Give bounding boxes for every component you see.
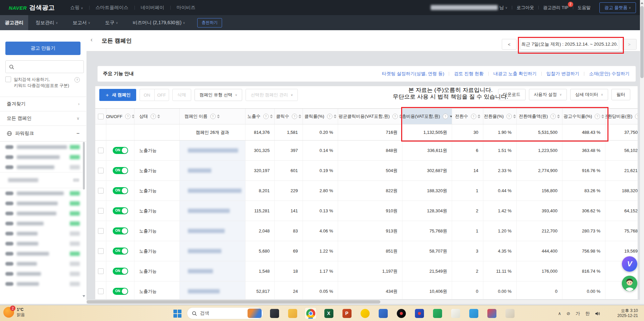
column-header-7[interactable]: 평균클릭비용(VAT포함,원)? [338,109,402,124]
date-range-selector[interactable]: 최근 7일(오늘 제외) : 2025.12.14. ~ 2025.12.20. [520,39,619,50]
tab-report[interactable]: 보고서∨ [65,15,98,30]
kakao-app-icon[interactable] [359,307,371,319]
campaign-name-cell[interactable] [180,241,246,261]
ime-ga-indicator[interactable]: 가 [576,311,580,317]
taskbar-clock[interactable]: 오후 3:10 2025-12-21 [618,308,638,318]
bizmoney-menu[interactable]: 비즈머니 (2,179,630원)∨ [125,15,193,30]
filter-button[interactable]: 필터 [611,89,630,100]
question-icon[interactable]: ? [471,114,476,119]
notepad-icon[interactable] [449,307,462,319]
tab-tools[interactable]: 도구∨ [98,15,125,30]
excel-icon[interactable]: X [323,307,335,319]
question-icon[interactable]: ? [392,114,398,119]
user-settings-select[interactable]: 사용자 설정∨ [529,89,567,100]
vertical-scrollbar-thumb[interactable] [640,6,644,78]
campaign-name-cell[interactable] [180,221,246,241]
tab-ad-management[interactable]: 광고관리 [0,15,28,30]
account-name-redacted[interactable] [431,5,498,10]
search-highlight-thumbnail[interactable] [248,309,262,318]
charge-button[interactable]: 충전하기 [197,18,222,28]
sidebar-campaign-item[interactable] [0,208,83,218]
question-icon[interactable]: ? [210,114,216,119]
sidebar-campaign-item[interactable] [0,249,83,259]
sidebar-scroll-down-arrow[interactable] [83,295,85,297]
collapse-minus-icon[interactable]: − [76,130,79,137]
taskbar-search-box[interactable]: 검색 [187,307,263,319]
campaign-type-select[interactable]: 캠페인 유형 선택∨ [195,89,243,101]
bulk-off-button[interactable]: OFF [154,89,169,101]
column-header-2[interactable]: 상태? [135,109,180,124]
chat-widget-button[interactable]: V [622,256,637,272]
exact-match-checkbox[interactable] [5,76,11,82]
sidebar-campaign-item[interactable] [0,188,83,198]
campaign-name-cell[interactable] [180,161,246,180]
question-icon[interactable]: ? [443,114,448,119]
onoff-toggle[interactable]: ON [113,167,128,174]
column-header-5[interactable]: 클릭수? [275,109,303,124]
delete-button[interactable]: 삭제 [172,89,191,101]
media-player-icon[interactable] [413,307,425,319]
question-icon[interactable]: ? [506,114,512,119]
sidebar-collapse-icon[interactable]: ‹ [91,36,93,43]
column-header-9[interactable]: 전환수? [452,109,483,124]
help-link[interactable]: 도움말 [578,5,591,11]
notice-link-3[interactable]: 입찰가 변경하기 [546,71,579,77]
sidebar-campaign-item[interactable] [0,279,83,289]
ad-platform-button[interactable]: 광고 플랫폼∨ [599,2,636,13]
sidebar-item-all-campaigns[interactable]: 모든 캠페인∨ [0,111,86,125]
campaign-name-cell[interactable] [180,201,246,221]
question-icon[interactable]: ? [550,114,556,119]
photos-colorful-icon[interactable] [486,307,498,319]
campaign-name-cell[interactable] [180,141,246,160]
date-prev-button[interactable]: < [502,39,517,50]
tray-overflow-chevron-icon[interactable]: ∧ [558,311,561,316]
tab-info-management[interactable]: 정보관리∨ [28,15,65,30]
beige-app-icon[interactable] [504,307,516,319]
onoff-toggle[interactable]: ON [113,207,128,214]
sidebar-campaign-item[interactable] [0,198,83,208]
sidebar-search-box[interactable] [5,60,84,73]
onoff-toggle[interactable]: ON [113,147,128,154]
question-icon[interactable]: ? [595,114,600,119]
manage-selected-select[interactable]: 선택한 캠페인 관리∨ [246,89,298,101]
select-all-checkbox[interactable] [98,114,104,119]
onoff-toggle[interactable]: ON [113,187,128,194]
row-checkbox[interactable] [98,208,104,214]
file-explorer-icon[interactable] [286,307,299,319]
new-campaign-button[interactable]: ＋새 캠페인 [99,89,136,101]
row-checkbox[interactable] [98,148,104,153]
speaker-icon[interactable] [595,311,600,316]
row-checkbox[interactable] [98,248,104,254]
menu-naverpay[interactable]: 네이버페이 [135,5,170,11]
question-icon[interactable]: ? [151,114,156,119]
logout-link[interactable]: 로그아웃 [517,5,534,11]
sidebar-item-favorites[interactable]: 즐겨찾기› [0,97,86,111]
column-header-13[interactable]: 전환당비용(원)? [605,109,638,124]
ime-han-indicator[interactable]: 한 [585,311,590,317]
question-icon[interactable]: ? [292,114,297,119]
sidebar-campaign-item[interactable] [0,152,83,162]
start-button[interactable] [173,310,181,318]
sidebar-campaign-item[interactable] [0,269,83,279]
recorder-icon[interactable] [395,307,407,319]
question-icon[interactable]: ? [327,114,332,119]
support-avatar-button[interactable] [622,276,637,291]
vertical-scrollbar[interactable] [640,0,644,304]
column-header-6[interactable]: 클릭률(%)? [303,109,338,124]
photos-dark-app-icon[interactable] [268,307,280,319]
horizontal-scrollbar-thumb[interactable] [87,300,380,304]
question-icon[interactable]: ? [263,114,269,119]
date-next-button[interactable]: > [622,39,637,50]
tray-blocked-icon[interactable]: ⊘ [567,311,570,316]
sidebar-campaign-item[interactable] [0,228,83,238]
ad-tip-link[interactable]: 광고관리 TIP 2 [543,5,569,11]
question-icon[interactable]: ? [125,114,130,119]
row-checkbox[interactable] [98,268,104,274]
row-checkbox[interactable] [98,188,104,194]
row-checkbox[interactable] [98,288,104,294]
column-header-3[interactable]: 캠페인 이름? [180,109,246,124]
detail-data-select[interactable]: 상세 데이터∨ [570,89,608,100]
column-header-8[interactable]: 총비용(VAT포함,원)? [402,109,452,124]
column-header-12[interactable]: 광고수익률(%)? [562,109,605,124]
bulk-on-button[interactable]: ON [140,89,154,101]
